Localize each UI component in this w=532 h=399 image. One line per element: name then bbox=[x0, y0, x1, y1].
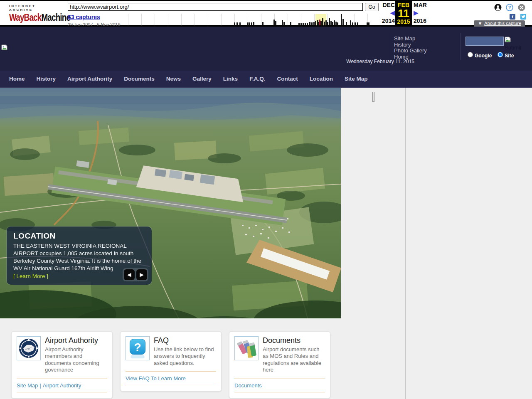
capture-bar[interactable] bbox=[262, 22, 264, 25]
capture-bar[interactable] bbox=[322, 18, 323, 25]
capture-bar[interactable] bbox=[234, 22, 235, 25]
card-link-documents[interactable]: Documents bbox=[234, 382, 262, 389]
capture-bar[interactable] bbox=[357, 22, 358, 25]
facebook-icon[interactable]: f bbox=[510, 14, 515, 20]
prev-year-label[interactable]: 2014 bbox=[382, 17, 395, 24]
next-capture-arrow[interactable]: ▶ bbox=[414, 10, 419, 16]
capture-bar[interactable] bbox=[309, 22, 310, 25]
profile-icon[interactable] bbox=[494, 4, 502, 11]
capture-bar[interactable] bbox=[283, 22, 285, 25]
capture-bar[interactable] bbox=[315, 21, 316, 25]
capture-bar[interactable] bbox=[329, 18, 330, 25]
search-submit-button[interactable]: Submit bbox=[505, 36, 524, 51]
capture-bar[interactable] bbox=[320, 21, 322, 25]
question-mark-icon: ? bbox=[126, 336, 150, 360]
header-link-history[interactable]: History bbox=[394, 42, 427, 48]
header-date: Wednesday February 11. 2015 bbox=[346, 59, 414, 64]
capture-bar[interactable] bbox=[236, 22, 238, 25]
svg-text:?: ? bbox=[134, 341, 141, 354]
card-links: Documents bbox=[234, 379, 325, 392]
site-radio[interactable] bbox=[498, 52, 503, 57]
capture-bar[interactable] bbox=[330, 21, 332, 25]
nav-item-news[interactable]: News bbox=[160, 71, 187, 87]
svg-text:?: ? bbox=[508, 5, 511, 10]
scrollbar-thumb[interactable] bbox=[372, 92, 374, 102]
nav-item-home[interactable]: Home bbox=[3, 71, 31, 87]
binders-icon bbox=[234, 336, 259, 360]
card-link-site-map[interactable]: Site Map bbox=[17, 382, 38, 389]
wayback-url-input[interactable] bbox=[68, 3, 363, 11]
card-link-airport-authority[interactable]: Airport Authority bbox=[43, 382, 81, 389]
learn-more-link[interactable]: [ Learn More ] bbox=[13, 273, 48, 279]
capture-bar[interactable] bbox=[313, 22, 315, 25]
header-divider bbox=[391, 33, 391, 60]
capture-bar[interactable] bbox=[334, 20, 335, 25]
capture-bar[interactable] bbox=[352, 22, 353, 25]
capture-timeline[interactable] bbox=[128, 14, 382, 25]
current-year-label: 2015 bbox=[397, 18, 410, 25]
capture-bar[interactable] bbox=[290, 22, 291, 25]
site-header: Site Map History Photo Gallery Home Wedn… bbox=[0, 27, 532, 71]
help-icon[interactable]: ? bbox=[506, 4, 513, 11]
capture-bar[interactable] bbox=[305, 23, 306, 25]
capture-bar[interactable] bbox=[300, 23, 302, 25]
card-links: View FAQ To Learn More bbox=[126, 372, 216, 385]
next-year-label[interactable]: 2016 bbox=[414, 17, 426, 24]
capture-bar[interactable] bbox=[275, 21, 276, 25]
hero-section: LOCATION THE EASTERN WEST VIRGINIA REGIO… bbox=[0, 88, 341, 318]
capture-bar[interactable] bbox=[342, 19, 344, 25]
capture-bar[interactable] bbox=[247, 22, 249, 25]
twitter-icon[interactable] bbox=[520, 14, 526, 20]
capture-bar[interactable] bbox=[253, 22, 254, 25]
capture-bar[interactable] bbox=[298, 23, 300, 25]
card-link-view-faq[interactable]: View FAQ To Learn More bbox=[126, 375, 186, 382]
capture-bar[interactable] bbox=[355, 22, 356, 25]
google-radio[interactable] bbox=[468, 52, 473, 57]
capture-bar[interactable] bbox=[249, 22, 250, 25]
link-separator: | bbox=[39, 382, 41, 389]
header-link-photo-gallery[interactable]: Photo Gallery bbox=[394, 48, 427, 54]
nav-item-links[interactable]: Links bbox=[217, 71, 244, 87]
capture-bar[interactable] bbox=[325, 20, 327, 25]
close-icon[interactable] bbox=[518, 4, 525, 11]
capture-bar[interactable] bbox=[307, 23, 308, 25]
search-scope-radios: Google Site bbox=[468, 52, 514, 59]
nav-item-faq[interactable]: F.A.Q. bbox=[244, 71, 271, 87]
nav-item-history[interactable]: History bbox=[31, 71, 62, 87]
prev-capture-arrow[interactable]: ◀ bbox=[390, 10, 395, 16]
nav-item-site-map[interactable]: Site Map bbox=[339, 71, 374, 87]
header-divider-2 bbox=[461, 33, 461, 60]
capture-bar[interactable] bbox=[239, 22, 241, 25]
slide-carousel-controls: ◀ ▶ bbox=[123, 268, 148, 281]
capture-bar[interactable] bbox=[324, 22, 325, 25]
capture-bar[interactable] bbox=[251, 22, 252, 25]
capture-bar[interactable] bbox=[341, 14, 342, 25]
capture-bar[interactable] bbox=[350, 20, 351, 25]
about-this-capture-button[interactable]: ▼About this capture bbox=[474, 20, 525, 27]
next-slide-button[interactable]: ▶ bbox=[136, 269, 147, 280]
nav-item-location[interactable]: Location bbox=[304, 71, 339, 87]
capture-bar[interactable] bbox=[337, 22, 338, 25]
capture-bar[interactable] bbox=[368, 22, 369, 25]
wayback-go-button[interactable]: Go bbox=[365, 3, 379, 11]
capture-bar[interactable] bbox=[303, 23, 304, 25]
nav-item-contact[interactable]: Contact bbox=[271, 71, 303, 87]
airport-authority-seal-icon bbox=[17, 336, 41, 360]
wayback-logo[interactable]: INTERNET ARCHIVE WayBackMachine bbox=[9, 4, 55, 23]
capture-bar[interactable] bbox=[367, 22, 368, 25]
card-faq: ? FAQ Use the link below to find answers… bbox=[120, 331, 222, 392]
nav-item-airport-authority[interactable]: Airport Authority bbox=[62, 71, 118, 87]
captures-count-link[interactable]: 63 captures bbox=[68, 14, 100, 20]
nav-item-gallery[interactable]: Gallery bbox=[187, 71, 217, 87]
capture-bar[interactable] bbox=[282, 20, 283, 25]
capture-bar[interactable] bbox=[346, 22, 347, 25]
nav-item-documents[interactable]: Documents bbox=[118, 71, 160, 87]
site-search-input[interactable] bbox=[466, 37, 504, 46]
capture-bar[interactable] bbox=[332, 22, 333, 25]
capture-bar[interactable] bbox=[273, 20, 275, 25]
capture-bar[interactable] bbox=[327, 22, 328, 25]
header-link-site-map[interactable]: Site Map bbox=[394, 36, 427, 42]
capture-bar[interactable] bbox=[311, 22, 313, 25]
previous-slide-button[interactable]: ◀ bbox=[124, 269, 135, 280]
capture-bar[interactable] bbox=[335, 22, 337, 25]
